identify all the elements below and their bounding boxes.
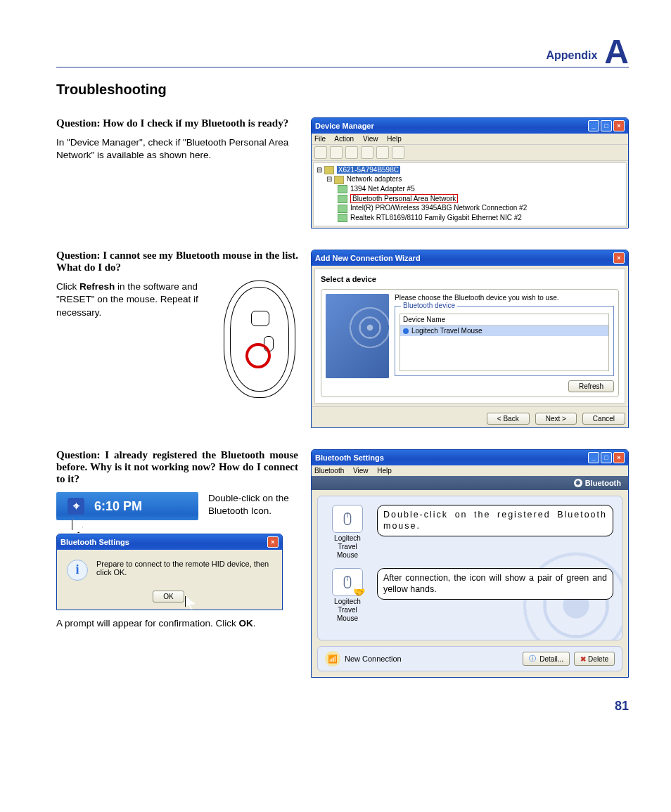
bluetooth-logo-icon: ✱ bbox=[574, 479, 582, 487]
back-button[interactable]: < Back bbox=[487, 413, 530, 425]
page-number: 81 bbox=[56, 699, 629, 714]
minimize-button[interactable]: _ bbox=[588, 120, 599, 131]
delete-icon: ✖ bbox=[580, 655, 586, 663]
wizard-illustration bbox=[326, 294, 389, 378]
confirmation-dialog: Bluetooth Settings × i Prepare to connec… bbox=[56, 534, 283, 610]
info-icon bbox=[529, 654, 537, 664]
detail-button[interactable]: Detail... bbox=[523, 652, 570, 666]
maximize-button[interactable]: □ bbox=[601, 120, 612, 131]
maximize-button[interactable]: □ bbox=[601, 452, 612, 463]
device-mouse-icon[interactable]: Logitech Travel Mouse bbox=[326, 505, 369, 560]
appendix-label: Appendix bbox=[546, 49, 597, 62]
minimize-button[interactable]: _ bbox=[588, 452, 599, 463]
tree-root[interactable]: X621-5A794B598C bbox=[337, 166, 400, 174]
cancel-button[interactable]: Cancel bbox=[582, 413, 625, 425]
menu-help[interactable]: Help bbox=[377, 467, 392, 475]
menu-help[interactable]: Help bbox=[387, 135, 402, 143]
menu-view[interactable]: View bbox=[353, 467, 369, 475]
properties-icon[interactable] bbox=[345, 146, 358, 159]
menu-action[interactable]: Action bbox=[334, 135, 354, 143]
print-icon[interactable] bbox=[361, 146, 373, 159]
menubar: Bluetooth View Help bbox=[312, 465, 628, 476]
q2-answer: Click Refresh in the software and "RESET… bbox=[56, 281, 214, 392]
close-button[interactable]: × bbox=[267, 536, 279, 548]
info-icon: i bbox=[67, 560, 88, 581]
scan-icon[interactable] bbox=[376, 146, 389, 159]
window-title: Bluetooth Settings bbox=[315, 453, 384, 462]
new-connection-button[interactable]: 📶 New Connection bbox=[325, 651, 402, 666]
refresh-button[interactable]: Refresh bbox=[568, 380, 614, 392]
wizard-window: Add New Connection Wizard × Select a dev… bbox=[311, 250, 629, 428]
list-column-header: Device Name bbox=[400, 314, 608, 326]
delete-button[interactable]: ✖Delete bbox=[574, 652, 615, 666]
tree-item[interactable]: Intel(R) PRO/Wireless 3945ABG Network Co… bbox=[350, 204, 527, 212]
window-title: Device Manager bbox=[315, 122, 374, 130]
q3-question: Question: I already registered the Bluet… bbox=[56, 449, 298, 485]
bluetooth-icon bbox=[403, 328, 409, 334]
reset-button-marker bbox=[245, 343, 271, 368]
menu-view[interactable]: View bbox=[363, 135, 378, 143]
handshake-icon: 🤝 bbox=[353, 586, 365, 598]
wizard-subtitle: Select a device bbox=[321, 275, 619, 283]
tree-item[interactable]: Realtek RTL8169/8110 Family Gigabit Ethe… bbox=[350, 214, 522, 221]
device-fieldset: Bluetooth device Device Name Logitech Tr… bbox=[395, 306, 614, 376]
forward-icon[interactable] bbox=[330, 146, 343, 159]
tree-item[interactable]: 1394 Net Adapter #5 bbox=[350, 185, 415, 193]
dialog-message: Prepare to connect to the remote HID dev… bbox=[96, 560, 272, 576]
bluetooth-devices-panel: Logitech Travel Mouse Double-click on th… bbox=[317, 496, 622, 640]
q3-confirm-text: A prompt will appear for confirmation. C… bbox=[56, 617, 298, 630]
wizard-instruction: Please choose the Bluetooth device you w… bbox=[395, 294, 614, 302]
toolbar bbox=[312, 144, 628, 161]
mouse-diagram bbox=[224, 281, 295, 398]
menu-file[interactable]: File bbox=[314, 135, 326, 143]
back-icon[interactable] bbox=[314, 146, 327, 159]
device-listbox[interactable]: Device Name Logitech Travel Mouse bbox=[400, 314, 609, 371]
section-title: Troubleshooting bbox=[56, 82, 629, 98]
q2-question: Question: I cannot see my Bluetooth mous… bbox=[56, 250, 298, 273]
next-button[interactable]: Next > bbox=[535, 413, 577, 425]
close-button[interactable]: × bbox=[613, 120, 625, 131]
page-header: Appendix A bbox=[56, 28, 629, 67]
device-tree: ⊟ X621-5A794B598C ⊟ Network adapters 139… bbox=[313, 162, 627, 226]
dialog-title: Bluetooth Settings bbox=[60, 538, 129, 546]
window-title: Add New Connection Wizard bbox=[315, 254, 421, 262]
q3-step1: Double-click on the Bluetooth Icon. bbox=[208, 492, 298, 517]
monitor-icon[interactable] bbox=[392, 146, 404, 159]
antenna-icon: 📶 bbox=[325, 651, 340, 666]
device-manager-window: Device Manager _ □ × File Action View He… bbox=[311, 117, 629, 228]
callout-connected: After connection, the icon will show a p… bbox=[377, 568, 613, 600]
ok-button[interactable]: OK bbox=[153, 591, 184, 602]
q1-question: Question: How do I check if my Bluetooth… bbox=[56, 117, 298, 129]
tree-item-highlighted[interactable]: Bluetooth Personal Area Network bbox=[350, 194, 458, 203]
bluetooth-tray-icon[interactable]: ⌖ bbox=[68, 498, 84, 515]
tree-category[interactable]: Network adapters bbox=[347, 175, 402, 183]
callout-doubleclick: Double-click on the registered Bluetooth… bbox=[377, 505, 613, 536]
bluetooth-settings-window: Bluetooth Settings _ □ × Bluetooth View … bbox=[311, 449, 629, 678]
menu-bluetooth[interactable]: Bluetooth bbox=[314, 467, 344, 475]
bluetooth-brand-bar: ✱ Bluetooth bbox=[312, 476, 628, 490]
menubar: File Action View Help bbox=[312, 134, 628, 144]
q1-answer: In "Device Manager", check if "Bluetooth… bbox=[56, 136, 298, 162]
appendix-letter: A bbox=[604, 32, 629, 71]
device-mouse-connected-icon[interactable]: 🤝 Logitech Travel Mouse bbox=[326, 568, 369, 623]
list-item[interactable]: Logitech Travel Mouse bbox=[400, 326, 608, 336]
close-button[interactable]: × bbox=[613, 452, 625, 463]
close-button[interactable]: × bbox=[613, 252, 625, 264]
taskbar-clock: ⌖ 6:10 PM bbox=[56, 492, 198, 520]
